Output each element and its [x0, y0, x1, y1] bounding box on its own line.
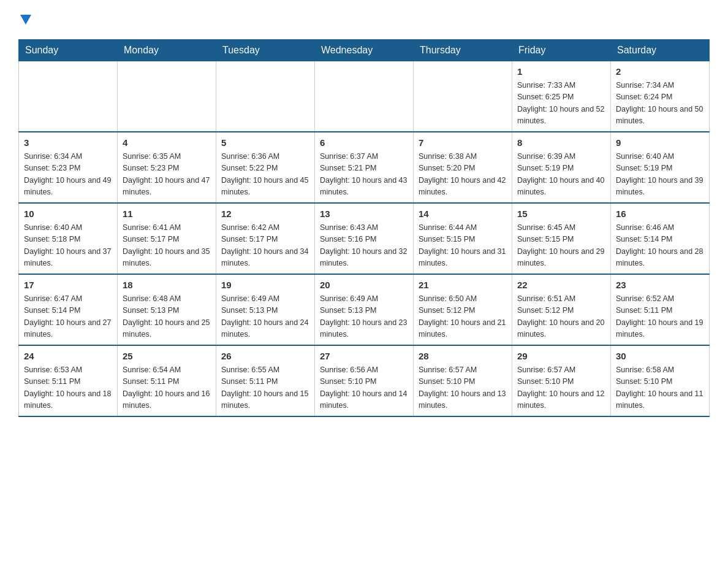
day-info: Sunrise: 6:47 AM Sunset: 5:14 PM Dayligh…: [24, 293, 112, 341]
day-number: 22: [517, 278, 605, 293]
calendar-cell: 9Sunrise: 6:40 AM Sunset: 5:19 PM Daylig…: [611, 132, 710, 203]
day-number: 28: [419, 350, 507, 364]
day-info: Sunrise: 6:49 AM Sunset: 5:13 PM Dayligh…: [221, 293, 309, 341]
calendar-cell: 10Sunrise: 6:40 AM Sunset: 5:18 PM Dayli…: [19, 203, 118, 274]
day-info: Sunrise: 6:45 AM Sunset: 5:15 PM Dayligh…: [517, 222, 605, 270]
day-number: 29: [517, 350, 605, 364]
day-number: 8: [517, 136, 605, 150]
column-header-saturday: Saturday: [611, 39, 710, 61]
column-header-friday: Friday: [512, 39, 611, 61]
day-info: Sunrise: 6:42 AM Sunset: 5:17 PM Dayligh…: [221, 222, 309, 270]
calendar-cell: 18Sunrise: 6:48 AM Sunset: 5:13 PM Dayli…: [118, 274, 216, 345]
calendar-cell: 30Sunrise: 6:58 AM Sunset: 5:10 PM Dayli…: [611, 345, 710, 416]
day-number: 14: [419, 207, 507, 221]
day-info: Sunrise: 6:44 AM Sunset: 5:15 PM Dayligh…: [419, 222, 507, 270]
day-info: Sunrise: 6:38 AM Sunset: 5:20 PM Dayligh…: [419, 151, 507, 199]
column-header-tuesday: Tuesday: [216, 39, 315, 61]
day-number: 20: [320, 278, 408, 293]
logo-triangle-icon: [20, 15, 31, 25]
day-number: 5: [221, 136, 309, 150]
calendar-cell: 12Sunrise: 6:42 AM Sunset: 5:17 PM Dayli…: [216, 203, 315, 274]
calendar-cell: 19Sunrise: 6:49 AM Sunset: 5:13 PM Dayli…: [216, 274, 315, 345]
calendar-cell: 28Sunrise: 6:57 AM Sunset: 5:10 PM Dayli…: [414, 345, 512, 416]
day-info: Sunrise: 6:51 AM Sunset: 5:12 PM Dayligh…: [517, 293, 605, 341]
calendar-cell: 29Sunrise: 6:57 AM Sunset: 5:10 PM Dayli…: [512, 345, 611, 416]
calendar-week-row: 1Sunrise: 7:33 AM Sunset: 6:25 PM Daylig…: [19, 61, 710, 132]
day-number: 4: [123, 136, 211, 150]
day-info: Sunrise: 6:34 AM Sunset: 5:23 PM Dayligh…: [24, 151, 112, 199]
calendar-week-row: 3Sunrise: 6:34 AM Sunset: 5:23 PM Daylig…: [19, 132, 710, 203]
day-number: 23: [616, 278, 704, 293]
day-number: 17: [24, 278, 112, 293]
calendar-header-row: SundayMondayTuesdayWednesdayThursdayFrid…: [19, 39, 710, 61]
calendar-cell: 13Sunrise: 6:43 AM Sunset: 5:16 PM Dayli…: [315, 203, 414, 274]
day-info: Sunrise: 6:40 AM Sunset: 5:18 PM Dayligh…: [24, 222, 112, 270]
day-number: 21: [419, 278, 507, 293]
day-info: Sunrise: 6:35 AM Sunset: 5:23 PM Dayligh…: [123, 151, 211, 199]
day-info: Sunrise: 6:37 AM Sunset: 5:21 PM Dayligh…: [320, 151, 408, 199]
day-info: Sunrise: 6:52 AM Sunset: 5:11 PM Dayligh…: [616, 293, 704, 341]
column-header-wednesday: Wednesday: [315, 39, 414, 61]
day-info: Sunrise: 6:49 AM Sunset: 5:13 PM Dayligh…: [320, 293, 408, 341]
calendar-cell: 1Sunrise: 7:33 AM Sunset: 6:25 PM Daylig…: [512, 61, 611, 132]
column-header-thursday: Thursday: [414, 39, 512, 61]
day-number: 24: [24, 350, 112, 364]
calendar-cell: 21Sunrise: 6:50 AM Sunset: 5:12 PM Dayli…: [414, 274, 512, 345]
day-number: 12: [221, 207, 309, 221]
day-number: 19: [221, 278, 309, 293]
day-info: Sunrise: 6:58 AM Sunset: 5:10 PM Dayligh…: [616, 364, 704, 412]
calendar-cell: 14Sunrise: 6:44 AM Sunset: 5:15 PM Dayli…: [414, 203, 512, 274]
calendar-cell: 8Sunrise: 6:39 AM Sunset: 5:19 PM Daylig…: [512, 132, 611, 203]
logo: [18, 12, 31, 27]
calendar-cell: 22Sunrise: 6:51 AM Sunset: 5:12 PM Dayli…: [512, 274, 611, 345]
calendar-cell: 3Sunrise: 6:34 AM Sunset: 5:23 PM Daylig…: [19, 132, 118, 203]
column-header-sunday: Sunday: [19, 39, 118, 61]
day-info: Sunrise: 6:46 AM Sunset: 5:14 PM Dayligh…: [616, 222, 704, 270]
calendar-cell: 7Sunrise: 6:38 AM Sunset: 5:20 PM Daylig…: [414, 132, 512, 203]
day-info: Sunrise: 6:55 AM Sunset: 5:11 PM Dayligh…: [221, 364, 309, 412]
day-number: 3: [24, 136, 112, 150]
day-info: Sunrise: 6:50 AM Sunset: 5:12 PM Dayligh…: [419, 293, 507, 341]
calendar-cell: 11Sunrise: 6:41 AM Sunset: 5:17 PM Dayli…: [118, 203, 216, 274]
calendar-cell: [414, 61, 512, 132]
calendar-cell: [216, 61, 315, 132]
calendar-cell: 16Sunrise: 6:46 AM Sunset: 5:14 PM Dayli…: [611, 203, 710, 274]
day-number: 18: [123, 278, 211, 293]
day-info: Sunrise: 6:40 AM Sunset: 5:19 PM Dayligh…: [616, 151, 704, 199]
day-info: Sunrise: 7:33 AM Sunset: 6:25 PM Dayligh…: [517, 80, 605, 128]
day-info: Sunrise: 6:48 AM Sunset: 5:13 PM Dayligh…: [123, 293, 211, 341]
calendar-cell: 25Sunrise: 6:54 AM Sunset: 5:11 PM Dayli…: [118, 345, 216, 416]
day-info: Sunrise: 6:57 AM Sunset: 5:10 PM Dayligh…: [419, 364, 507, 412]
calendar-week-row: 24Sunrise: 6:53 AM Sunset: 5:11 PM Dayli…: [19, 345, 710, 416]
calendar-cell: 6Sunrise: 6:37 AM Sunset: 5:21 PM Daylig…: [315, 132, 414, 203]
day-number: 10: [24, 207, 112, 221]
day-info: Sunrise: 6:36 AM Sunset: 5:22 PM Dayligh…: [221, 151, 309, 199]
calendar-cell: 17Sunrise: 6:47 AM Sunset: 5:14 PM Dayli…: [19, 274, 118, 345]
calendar-table: SundayMondayTuesdayWednesdayThursdayFrid…: [18, 39, 710, 417]
day-number: 1: [517, 65, 605, 79]
calendar-cell: 15Sunrise: 6:45 AM Sunset: 5:15 PM Dayli…: [512, 203, 611, 274]
calendar-cell: 23Sunrise: 6:52 AM Sunset: 5:11 PM Dayli…: [611, 274, 710, 345]
day-info: Sunrise: 6:54 AM Sunset: 5:11 PM Dayligh…: [123, 364, 211, 412]
day-info: Sunrise: 6:53 AM Sunset: 5:11 PM Dayligh…: [24, 364, 112, 412]
day-number: 13: [320, 207, 408, 221]
calendar-cell: 27Sunrise: 6:56 AM Sunset: 5:10 PM Dayli…: [315, 345, 414, 416]
day-number: 30: [616, 350, 704, 364]
day-number: 7: [419, 136, 507, 150]
column-header-monday: Monday: [118, 39, 216, 61]
calendar-cell: 5Sunrise: 6:36 AM Sunset: 5:22 PM Daylig…: [216, 132, 315, 203]
day-info: Sunrise: 6:43 AM Sunset: 5:16 PM Dayligh…: [320, 222, 408, 270]
calendar-cell: 4Sunrise: 6:35 AM Sunset: 5:23 PM Daylig…: [118, 132, 216, 203]
day-number: 2: [616, 65, 704, 79]
calendar-cell: [19, 61, 118, 132]
calendar-cell: [315, 61, 414, 132]
day-number: 16: [616, 207, 704, 221]
day-number: 11: [123, 207, 211, 221]
day-number: 27: [320, 350, 408, 364]
calendar-cell: 26Sunrise: 6:55 AM Sunset: 5:11 PM Dayli…: [216, 345, 315, 416]
calendar-cell: 20Sunrise: 6:49 AM Sunset: 5:13 PM Dayli…: [315, 274, 414, 345]
calendar-week-row: 10Sunrise: 6:40 AM Sunset: 5:18 PM Dayli…: [19, 203, 710, 274]
day-info: Sunrise: 6:56 AM Sunset: 5:10 PM Dayligh…: [320, 364, 408, 412]
day-info: Sunrise: 6:41 AM Sunset: 5:17 PM Dayligh…: [123, 222, 211, 270]
calendar-week-row: 17Sunrise: 6:47 AM Sunset: 5:14 PM Dayli…: [19, 274, 710, 345]
